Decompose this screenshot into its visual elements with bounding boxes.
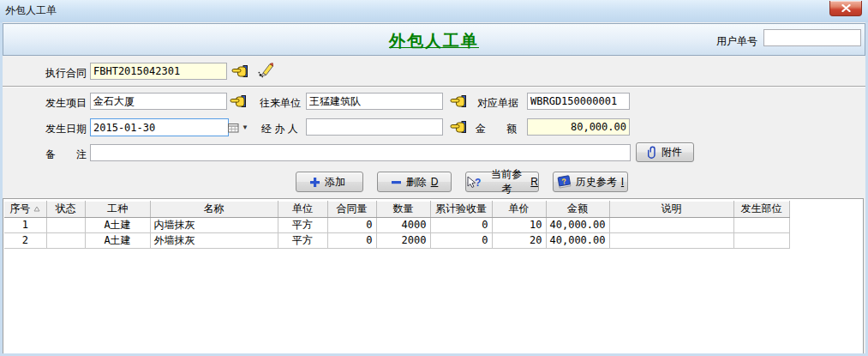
grid-cell[interactable]: 内墙抹灰	[150, 217, 278, 232]
handler-input[interactable]	[306, 118, 443, 136]
column-header-7[interactable]: 数量	[376, 201, 430, 217]
column-header-6[interactable]: 合同量	[327, 201, 376, 217]
minus-icon	[391, 177, 402, 188]
contract-label: 执行合同	[45, 66, 87, 81]
grid-cell[interactable]: 平方	[278, 232, 327, 248]
counterpart-label: 往来单位	[260, 96, 301, 111]
close-icon	[841, 4, 851, 12]
project-label: 发生项目	[45, 96, 87, 111]
column-header-1[interactable]: 序号	[4, 201, 46, 217]
column-header-8[interactable]: 累计验收量	[430, 201, 492, 217]
grid-cell[interactable]: 10	[492, 217, 546, 232]
grid-cell[interactable]: 40,000.00	[546, 217, 609, 232]
sort-indicator-icon	[33, 206, 40, 212]
handler-lookup-hand-icon[interactable]	[450, 120, 467, 134]
date-picker[interactable]: ▼	[90, 118, 229, 136]
history-reference-button[interactable]: ? 历史参考I	[553, 172, 628, 192]
counterpart-lookup-hand-icon[interactable]	[450, 94, 467, 108]
column-header-10[interactable]: 金额	[546, 201, 609, 217]
current-reference-label: 当前参考	[487, 167, 526, 196]
project-input[interactable]	[90, 93, 227, 110]
history-reference-label: 历史参考	[576, 175, 617, 190]
svg-text:?: ?	[475, 177, 481, 189]
user-order-input[interactable]	[763, 29, 861, 46]
separator-highlight	[3, 87, 865, 87]
grid-cell[interactable]	[733, 217, 789, 232]
current-reference-button[interactable]: ? 当前参考R	[465, 172, 539, 192]
grid-cell[interactable]: A土建	[85, 217, 150, 232]
remark-label: 备 注	[45, 148, 87, 162]
book-icon: ?	[557, 175, 572, 189]
grid-cell[interactable]: 0	[430, 217, 492, 232]
calendar-icon[interactable]	[227, 123, 240, 133]
handler-label: 经 办 人	[261, 122, 298, 136]
grid-cell[interactable]	[46, 217, 85, 232]
add-button-label: 添加	[325, 175, 345, 190]
user-order-label: 用户单号	[716, 34, 757, 49]
help-cursor-icon: ?	[466, 176, 482, 189]
date-dropdown-arrow-icon[interactable]: ▼	[240, 124, 252, 131]
amount-input[interactable]	[527, 118, 630, 136]
doc-input[interactable]	[527, 93, 630, 110]
grid-cell[interactable]	[609, 217, 733, 232]
contract-edit-pencil-icon[interactable]	[257, 62, 275, 78]
grid-cell[interactable]: 20	[492, 232, 546, 248]
grid-cell[interactable]: A土建	[85, 232, 150, 248]
column-header-11[interactable]: 说明	[609, 201, 733, 217]
paperclip-icon	[648, 146, 657, 160]
amount-label: 金 额	[476, 122, 517, 136]
grid-cell[interactable]: 平方	[278, 217, 327, 232]
table-row[interactable]: 1A土建内墙抹灰平方0400001040,000.00	[4, 217, 789, 232]
remark-input[interactable]	[90, 144, 631, 161]
grid-cell[interactable]	[733, 232, 789, 248]
dialog-body: 外包人工单 用户单号 执行合同 发生项目 往来单位	[3, 22, 865, 353]
column-header-2[interactable]: 状态	[46, 201, 85, 217]
column-header-9[interactable]: 单价	[492, 201, 546, 217]
titlebar[interactable]: 外包人工单	[0, 0, 868, 22]
attachment-button-label: 附件	[661, 145, 682, 160]
close-button[interactable]	[829, 1, 862, 16]
grid-cell[interactable]: 40,000.00	[546, 232, 609, 248]
form-header: 外包人工单 用户单号	[3, 23, 865, 56]
grid-cell[interactable]: 0	[327, 232, 376, 248]
add-button[interactable]: 添加	[296, 172, 363, 192]
detail-grid: 序号状态工种名称单位合同量数量累计验收量单价金额说明发生部位1A土建内墙抹灰平方…	[3, 198, 864, 353]
contract-lookup-hand-icon[interactable]	[231, 64, 248, 78]
grid-cell[interactable]: 0	[430, 232, 492, 248]
contract-input[interactable]	[90, 63, 227, 80]
counterpart-input[interactable]	[306, 93, 443, 110]
grid-cell[interactable]	[609, 232, 733, 248]
grid-cell[interactable]: 1	[4, 217, 46, 232]
window-title: 外包人工单	[5, 3, 57, 18]
doc-label: 对应单据	[477, 96, 518, 111]
column-header-4[interactable]: 名称	[150, 201, 278, 217]
column-header-3[interactable]: 工种	[85, 201, 150, 217]
project-lookup-hand-icon[interactable]	[230, 94, 247, 108]
grid-cell[interactable]: 外墙抹灰	[150, 232, 278, 248]
grid-cell[interactable]: 2	[4, 232, 46, 248]
grid-cell[interactable]: 0	[327, 217, 376, 232]
plus-icon	[309, 177, 320, 188]
grid-cell[interactable]	[46, 232, 85, 248]
date-input[interactable]	[91, 120, 227, 135]
detail-table: 序号状态工种名称单位合同量数量累计验收量单价金额说明发生部位1A土建内墙抹灰平方…	[4, 201, 790, 249]
column-header-12[interactable]: 发生部位	[733, 201, 789, 217]
grid-cell[interactable]: 2000	[376, 232, 430, 248]
delete-button[interactable]: 删除D	[377, 172, 452, 192]
date-label: 发生日期	[45, 122, 87, 136]
attachment-button[interactable]: 附件	[636, 142, 694, 162]
grid-cell[interactable]: 4000	[376, 217, 430, 232]
delete-button-label: 删除	[406, 175, 427, 190]
table-header-row: 序号状态工种名称单位合同量数量累计验收量单价金额说明发生部位	[4, 201, 789, 217]
table-row[interactable]: 2A土建外墙抹灰平方0200002040,000.00	[4, 232, 789, 248]
column-header-5[interactable]: 单位	[278, 201, 327, 217]
